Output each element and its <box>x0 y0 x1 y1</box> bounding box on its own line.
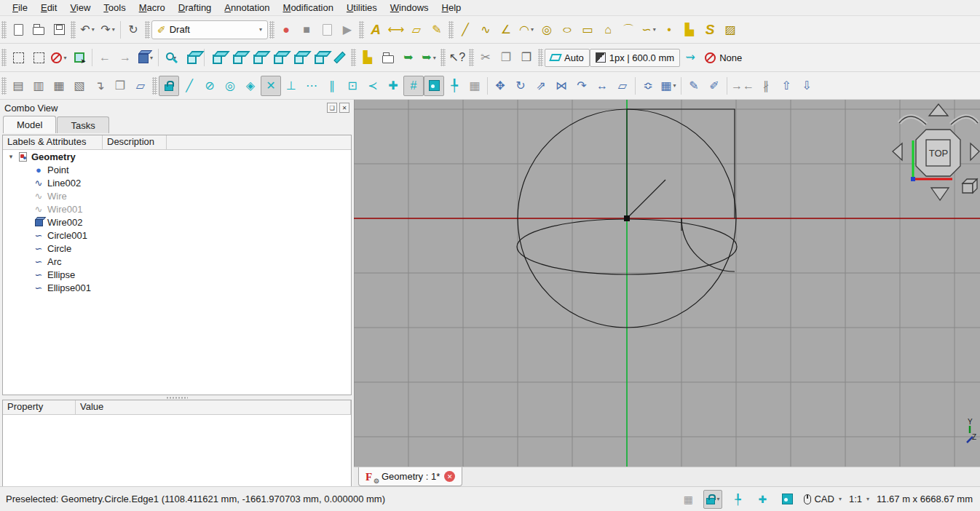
macro-stop-button[interactable]: ■ <box>296 20 317 40</box>
macro-play-button[interactable]: ▶ <box>337 20 357 40</box>
toggle-display-mode-button[interactable]: ❐ <box>110 76 130 96</box>
tree-item-ellipse001[interactable]: ∽Ellipse001 <box>3 281 351 294</box>
draft-point-button[interactable]: • <box>659 20 679 40</box>
menu-windows[interactable]: Windows <box>384 1 435 15</box>
macro-record-button[interactable]: ● <box>276 20 296 40</box>
tree-item-wire[interactable]: ∿Wire <box>3 189 351 202</box>
snap-move-icon[interactable]: ⇝ <box>680 47 700 68</box>
fit-selection-button[interactable] <box>28 47 49 68</box>
expand-arrow-icon[interactable]: ▾ <box>6 153 16 160</box>
close-document-icon[interactable]: ✕ <box>444 471 455 482</box>
status-dimension-snap-icon[interactable]: ╄ <box>728 490 747 509</box>
split-button[interactable]: ∦ <box>756 76 776 96</box>
grid-toggle-button[interactable]: ▦ <box>465 76 485 96</box>
copy-button[interactable]: ❐ <box>496 47 516 68</box>
menu-macro[interactable]: Macro <box>133 1 172 15</box>
offset-button[interactable]: ↷ <box>572 76 592 96</box>
snap-working-plane-button[interactable] <box>424 76 444 96</box>
tree-item-wire002[interactable]: Wire002 <box>3 215 351 229</box>
draft-wire-button[interactable]: ∿ <box>475 20 496 40</box>
move-to-group-button[interactable]: ↴ <box>90 76 110 96</box>
menu-file[interactable]: File <box>6 1 34 15</box>
nav-cube-label[interactable]: TOP <box>929 148 949 159</box>
new-document-button[interactable] <box>8 20 28 40</box>
menu-tools[interactable]: Tools <box>97 1 132 15</box>
save-button[interactable] <box>49 20 69 40</box>
draft-ellipse-button[interactable]: ○ <box>557 20 577 40</box>
cut-button[interactable]: ✂ <box>475 47 496 68</box>
subelement-highlight-button[interactable]: ✐ <box>704 76 724 96</box>
downgrade-button[interactable]: ⇩ <box>797 76 817 96</box>
navigation-style-selector[interactable]: CAD ▾ <box>804 494 841 504</box>
draft-fillet-button[interactable]: ∠ <box>496 20 516 40</box>
point-vertex[interactable] <box>624 215 630 221</box>
draft-dimension-button[interactable]: ⟷ <box>386 20 406 40</box>
draft-hatch-button[interactable]: ▨ <box>720 20 740 40</box>
draft-shapestring-button[interactable]: S <box>700 20 720 40</box>
menu-help[interactable]: Help <box>435 1 468 15</box>
status-working-plane-icon[interactable] <box>778 490 797 509</box>
tree-item-circle001[interactable]: ∽Circle001 <box>3 229 351 242</box>
open-document-button[interactable] <box>28 20 49 40</box>
snap-center-button[interactable]: ◎ <box>220 76 240 96</box>
nav-mini-cube[interactable] <box>963 179 977 193</box>
part-button[interactable]: ▙ <box>357 47 378 68</box>
make-sub-link-button[interactable]: ➥▾ <box>419 47 439 68</box>
scale-button[interactable]: ⇗ <box>531 76 551 96</box>
menu-drafting[interactable]: Drafting <box>172 1 218 15</box>
rotate-button[interactable]: ↻ <box>510 76 531 96</box>
working-plane-button[interactable]: Auto <box>545 49 590 67</box>
snap-intersection-button[interactable]: ✕ <box>261 76 281 96</box>
menu-view[interactable]: View <box>63 1 97 15</box>
draft-label-button[interactable]: ▱ <box>406 20 427 40</box>
menu-annotation[interactable]: Annotation <box>218 1 276 15</box>
snap-lock-button[interactable] <box>159 76 179 96</box>
draft-bezier-button[interactable]: ∽▾ <box>639 20 659 40</box>
tree-item-point[interactable]: ●Point <box>3 163 351 176</box>
select-element-button[interactable] <box>69 47 90 68</box>
nav-forward-button[interactable]: → <box>115 47 135 68</box>
undo-button[interactable]: ↶▾ <box>77 20 98 40</box>
array-button[interactable]: ▦▾ <box>658 76 679 96</box>
status-snap-lock-toggle[interactable]: ▾ <box>703 490 722 509</box>
status-grid-icon[interactable]: ▦ <box>679 490 698 509</box>
snap-near-button[interactable]: ≺ <box>363 76 383 96</box>
tree-item-line002[interactable]: ∿Line002 <box>3 176 351 189</box>
paste-button[interactable]: ❒ <box>516 47 537 68</box>
property-column-header[interactable]: Property <box>3 400 76 414</box>
nav-back-button[interactable]: ← <box>95 47 115 68</box>
select-group-button[interactable]: ▧ <box>69 76 90 96</box>
axonometric-view-button[interactable] <box>181 47 202 68</box>
document-tab[interactable]: F Geometry : 1* ✕ <box>358 467 462 486</box>
zoom-button[interactable]: ▾ <box>161 47 181 68</box>
snap-angle-button[interactable]: ◈ <box>240 76 261 96</box>
tree-item-circle[interactable]: ∽Circle <box>3 242 351 255</box>
menu-modification[interactable]: Modification <box>277 1 340 15</box>
snap-perpendicular-button[interactable]: ⊥ <box>281 76 301 96</box>
edit-button[interactable]: ✎ <box>684 76 704 96</box>
macro-edit-button[interactable] <box>317 20 337 40</box>
clone-button[interactable]: ≎ <box>638 76 658 96</box>
draft-arc-button[interactable]: ◠▾ <box>516 20 537 40</box>
layer-button[interactable]: ▤ <box>8 76 28 96</box>
tab-tasks[interactable]: Tasks <box>57 116 108 133</box>
close-panel-icon[interactable]: ✕ <box>339 103 349 113</box>
draft-facebinder-button[interactable]: ▙ <box>679 20 700 40</box>
redo-button[interactable]: ↷▾ <box>98 20 118 40</box>
status-ortho-snap-icon[interactable]: ✚ <box>753 490 772 509</box>
linked-object-button[interactable]: ▾ <box>135 47 156 68</box>
tree-item-geometry[interactable]: ▾Geometry <box>3 150 351 163</box>
join-button[interactable]: →← <box>730 76 756 96</box>
upgrade-button[interactable]: ⇧ <box>776 76 797 96</box>
add-to-group-button[interactable]: ▦ <box>49 76 69 96</box>
line-style-button[interactable]: 1px | 600.0 mm <box>590 49 680 67</box>
menu-utilities[interactable]: Utilities <box>340 1 384 15</box>
trimex-button[interactable]: ↔ <box>592 76 612 96</box>
tree-item-ellipse[interactable]: ∽Ellipse <box>3 268 351 281</box>
move-button[interactable]: ✥ <box>490 76 510 96</box>
snap-grid-button[interactable]: # <box>403 76 424 96</box>
snap-midpoint-button[interactable]: ⊘ <box>199 76 220 96</box>
snap-special-button[interactable]: ⊡ <box>342 76 363 96</box>
draft-line-button[interactable]: ╱ <box>455 20 475 40</box>
snap-ortho-button[interactable]: ✚ <box>383 76 403 96</box>
